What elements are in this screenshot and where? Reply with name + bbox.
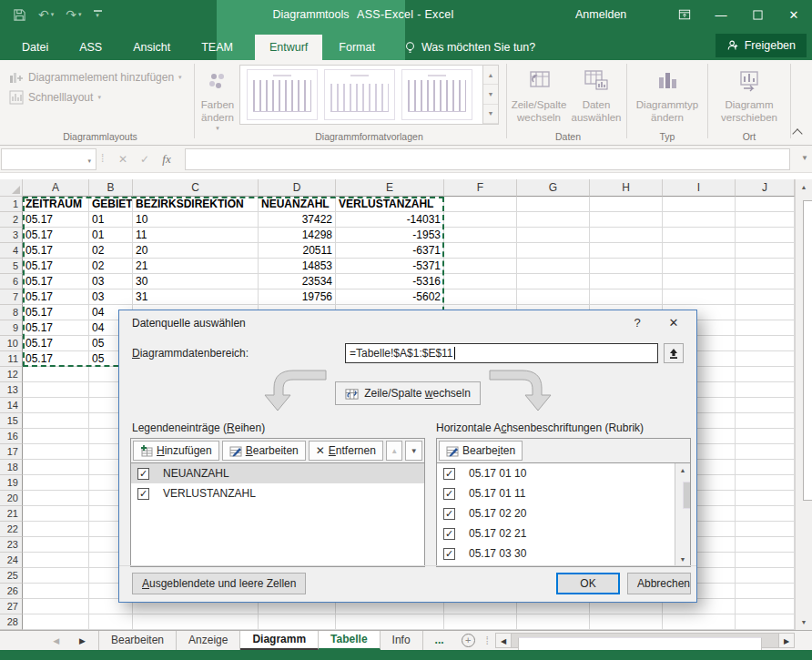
cell-J8[interactable] [736,305,795,320]
undo-dropdown-icon[interactable]: ▾ [51,11,55,18]
cell-J21[interactable] [736,506,795,522]
ribbon-display-options-icon[interactable] [666,0,703,29]
cell-A5[interactable]: 05.17 [23,259,89,274]
dialog-help-button[interactable]: ? [625,314,649,332]
move-series-down-button[interactable]: ▼ [405,441,422,461]
collapse-ribbon-icon[interactable] [792,128,802,138]
checkbox-icon[interactable]: ✓ [443,548,455,560]
checkbox-icon[interactable]: ✓ [137,468,149,480]
save-icon[interactable] [13,8,26,22]
cell-J20[interactable] [736,491,795,506]
row-header-14[interactable]: 14 [0,398,23,413]
cell-F2[interactable] [444,212,517,228]
cell-J19[interactable] [736,475,795,491]
cell-B2[interactable]: 01 [89,212,133,228]
cell-D5[interactable]: 14853 [259,259,336,274]
cell-B7[interactable]: 03 [89,289,133,305]
add-series-button[interactable]: Hinzufügen [133,441,219,461]
cell-D1[interactable]: NEUANZAHL [259,197,336,212]
row-header-16[interactable]: 16 [0,429,23,444]
axis-item-05.17-01-10[interactable]: ✓05.17 01 10 [437,463,690,483]
select-data-ribbon-button[interactable]: Daten auswählen [568,64,624,137]
cell-A13[interactable] [23,382,89,398]
vertical-scroll-thumb[interactable] [803,200,812,501]
axis-item-05.17-02-21[interactable]: ✓05.17 02 21 [437,523,690,543]
ribbon-tab-datei[interactable]: Datei [7,35,63,60]
cell-E1[interactable]: VERLUSTANZAHL [336,197,444,212]
row-header-1[interactable]: 1 [0,197,23,212]
cell-J23[interactable] [736,537,795,553]
cell-I7[interactable] [663,289,736,305]
sign-in-link[interactable]: Anmelden [575,0,626,29]
hidden-empty-cells-button[interactable]: Ausgeblendete und leere Zellen [132,573,306,594]
chart-data-range-input[interactable]: =Tabelle!$A$1:$E$11 [345,343,658,363]
cell-A9[interactable]: 05.17 [23,320,89,336]
cell-A12[interactable] [23,367,89,382]
ribbon-tab-ass[interactable]: ASS [65,35,117,60]
cell-J18[interactable] [736,460,795,475]
redo-icon[interactable]: ↷▾ [66,7,81,22]
cell-A26[interactable] [23,584,89,599]
cell-D7[interactable]: 19756 [259,289,336,305]
cell-A16[interactable] [23,429,89,444]
edit-axis-labels-button[interactable]: Bearbeiten [439,441,523,461]
checkbox-icon[interactable]: ✓ [443,488,455,500]
row-header-20[interactable]: 20 [0,491,23,506]
cell-J13[interactable] [736,382,795,398]
cell-J2[interactable] [736,212,795,228]
sheet-nav-right-icon[interactable]: ▶ [79,636,86,645]
cell-F28[interactable] [444,614,517,630]
cell-C2[interactable]: 10 [133,212,259,228]
scroll-down-icon[interactable]: ▼ [796,614,812,630]
change-colors-button[interactable]: Farben ändern▾ [197,64,239,137]
cell-I5[interactable] [663,259,736,274]
cell-A11[interactable]: 05.17 [23,351,89,367]
cell-J26[interactable] [736,584,795,599]
collapse-dialog-range-picker-button[interactable] [664,343,684,363]
gallery-more-icon[interactable]: ▼ [483,105,498,124]
cell-F4[interactable] [444,243,517,259]
cell-J24[interactable] [736,553,795,568]
chart-style-thumbnail[interactable] [401,69,472,120]
legend-item-VERLUSTANZAHL[interactable]: ✓VERLUSTANZAHL [131,483,424,503]
sheet-tab-diagramm[interactable]: Diagramm [240,631,319,650]
dialog-title-bar[interactable]: Datenquelle auswählen ? ✕ [119,310,696,336]
ribbon-tab-team[interactable]: TEAM [187,35,248,60]
row-header-3[interactable]: 3 [0,228,23,243]
name-box-dropdown-icon[interactable]: ▾ [87,157,91,165]
row-header-27[interactable]: 27 [0,599,23,614]
row-header-11[interactable]: 11 [0,351,23,367]
cell-B3[interactable]: 01 [89,228,133,243]
cell-A10[interactable]: 05.17 [23,336,89,351]
close-button[interactable]: ✕ [776,0,812,29]
row-header-18[interactable]: 18 [0,460,23,475]
cell-J28[interactable] [736,614,795,630]
row-header-5[interactable]: 5 [0,259,23,274]
select-all-corner[interactable] [0,179,23,197]
cell-J10[interactable] [736,336,795,351]
cell-G28[interactable] [517,614,590,630]
confirm-entry-icon[interactable]: ✓ [135,150,155,168]
row-header-24[interactable]: 24 [0,553,23,568]
cancel-entry-icon[interactable]: ✕ [113,150,133,168]
col-header-J[interactable]: J [736,179,795,197]
row-header-9[interactable]: 9 [0,320,23,336]
checkbox-icon[interactable]: ✓ [443,528,455,540]
gallery-scroll-up-icon[interactable]: ▲ [483,66,498,85]
cell-B5[interactable]: 02 [89,259,133,274]
cell-G7[interactable] [517,289,590,305]
cell-G5[interactable] [517,259,590,274]
cell-B1[interactable]: GEBIET [89,197,133,212]
cell-E28[interactable] [336,614,444,630]
col-header-B[interactable]: B [89,179,133,197]
col-header-D[interactable]: D [259,179,336,197]
checkbox-icon[interactable]: ✓ [137,488,149,500]
sheet-tab-info[interactable]: Info [381,631,423,650]
add-chart-element-button[interactable]: Diagrammelement hinzufügen▾ [5,67,182,87]
cell-H6[interactable] [590,274,663,289]
cell-J9[interactable] [736,320,795,336]
col-header-C[interactable]: C [133,179,259,197]
cell-I1[interactable] [663,197,736,212]
col-header-E[interactable]: E [336,179,444,197]
cell-A6[interactable]: 05.17 [23,274,89,289]
